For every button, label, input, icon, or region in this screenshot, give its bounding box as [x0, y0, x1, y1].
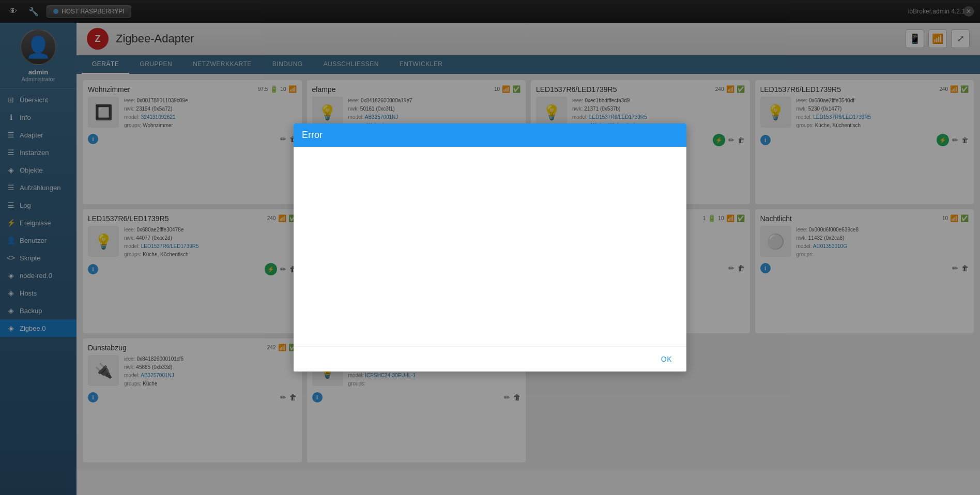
modal-footer: OK — [294, 346, 686, 372]
modal-body — [294, 147, 686, 346]
modal-ok-button[interactable]: OK — [655, 352, 678, 366]
modal-overlay[interactable]: Error OK — [0, 0, 980, 495]
modal-header: Error — [294, 123, 686, 147]
modal-title: Error — [302, 130, 678, 141]
error-modal: Error OK — [294, 123, 686, 372]
